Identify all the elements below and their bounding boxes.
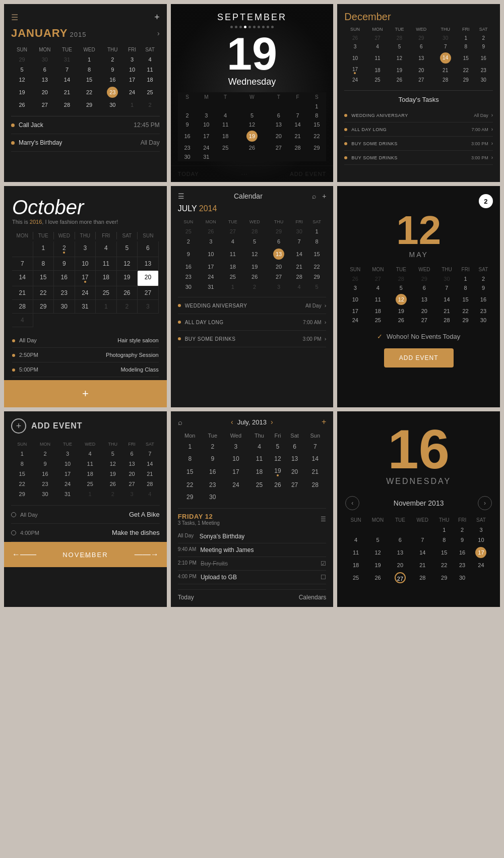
table-cell[interactable]: 26 (366, 570, 390, 585)
table-cell[interactable]: 30 (202, 491, 223, 503)
table-cell[interactable]: 21 (12, 286, 33, 300)
table-cell[interactable]: 2 (178, 236, 199, 247)
table-cell[interactable]: 30 (178, 152, 197, 161)
table-cell[interactable]: 24 (223, 479, 249, 491)
task-item[interactable]: BUY SOME DRINKS 3:00 PM › (344, 137, 493, 151)
table-cell[interactable]: 29 (33, 300, 54, 314)
table-cell[interactable]: 28 (243, 226, 267, 236)
table-cell[interactable]: 15 (458, 51, 474, 65)
table-cell[interactable]: 11 (96, 257, 117, 271)
table-cell[interactable]: 4 (12, 314, 33, 327)
table-cell[interactable]: 6 (33, 65, 57, 75)
table-cell[interactable] (235, 102, 269, 111)
table-cell[interactable]: 24 (199, 272, 223, 282)
table-cell[interactable]: 25 (248, 479, 270, 491)
table-cell[interactable]: 17 (124, 75, 141, 85)
table-cell-today[interactable]: 20 (138, 271, 159, 286)
table-cell[interactable]: 27 (366, 274, 390, 283)
table-cell[interactable]: 18 (345, 560, 366, 570)
table-cell[interactable]: 1 (307, 226, 327, 236)
table-cell[interactable]: 18 (96, 271, 117, 286)
table-cell[interactable]: 14 (291, 247, 307, 262)
table-cell[interactable]: 17 (197, 129, 216, 143)
table-cell[interactable]: 12 (117, 257, 138, 271)
table-cell[interactable]: 16 (474, 51, 493, 65)
table-cell[interactable]: 26 (390, 316, 413, 325)
table-cell[interactable]: 1 (124, 100, 141, 110)
table-cell[interactable]: 5 (307, 282, 327, 292)
table-cell[interactable]: 9 (101, 65, 124, 75)
table-cell[interactable]: 2 (101, 54, 124, 65)
table-cell[interactable]: 30 (474, 76, 493, 84)
table-cell[interactable]: 1 (11, 449, 33, 459)
table-cell[interactable]: 26 (117, 286, 138, 300)
table-cell[interactable]: 9 (202, 453, 223, 465)
next-month-arrow[interactable]: › (478, 496, 492, 510)
table-cell[interactable]: 5 (11, 65, 33, 75)
table-cell[interactable]: 7 (411, 535, 434, 545)
table-cell[interactable]: 24 (124, 85, 141, 100)
table-cell[interactable]: 7 (140, 449, 160, 459)
table-cell[interactable]: 25 (366, 316, 390, 325)
table-cell[interactable]: 29 (458, 76, 474, 84)
table-cell[interactable]: 12 (390, 292, 413, 307)
table-cell[interactable]: 3 (344, 283, 366, 292)
table-cell[interactable]: 28 (140, 479, 160, 489)
table-cell[interactable]: 27 (389, 570, 411, 585)
table-cell[interactable]: 12 (366, 545, 390, 560)
table-cell[interactable]: 30 (178, 282, 199, 292)
today-button[interactable]: Today (178, 594, 194, 601)
table-cell[interactable]: 7 (12, 257, 33, 271)
task-item[interactable]: ALL DAY LONG 7:00 AM › (344, 122, 493, 137)
table-cell[interactable]: 16 (178, 262, 199, 272)
task-item[interactable]: ALL DAY LONG 7:00 AM › (178, 314, 327, 331)
table-cell[interactable]: 11 (140, 65, 159, 75)
checkbox-icon[interactable]: ☑ (321, 560, 326, 567)
table-cell[interactable]: 31 (57, 54, 78, 65)
table-cell[interactable]: 19 (235, 129, 269, 143)
table-cell[interactable]: 2 (474, 274, 493, 283)
event-item[interactable]: Marry's Birthday All Day (11, 134, 160, 152)
table-cell[interactable]: 26 (389, 76, 409, 84)
table-cell[interactable]: 8 (434, 535, 454, 545)
table-cell[interactable]: 8 (33, 257, 54, 271)
table-cell[interactable]: 20 (409, 65, 433, 76)
table-cell[interactable]: 29 (434, 570, 454, 585)
add-event-button[interactable]: ADD EVENT (384, 348, 454, 367)
event-item[interactable]: 9:40 AM Meeting with James (178, 543, 327, 557)
table-cell[interactable]: 13 (33, 75, 57, 85)
table-cell[interactable] (223, 491, 249, 503)
table-cell[interactable]: 19 (102, 469, 123, 479)
table-cell[interactable]: 4 (140, 54, 159, 65)
table-cell[interactable]: 5 (243, 236, 267, 247)
table-cell[interactable]: 26 (344, 34, 365, 42)
table-cell[interactable]: 12 (11, 75, 33, 85)
table-cell[interactable]: 11 (78, 459, 102, 469)
event-item[interactable]: All Day Hair style saloon (12, 333, 159, 348)
table-cell[interactable]: 25 (78, 479, 102, 489)
table-cell[interactable]: 20 (267, 262, 291, 272)
prev-arrow[interactable]: ←—— (12, 550, 36, 559)
table-cell[interactable] (288, 102, 307, 111)
table-cell[interactable]: 11 (216, 120, 235, 129)
table-cell[interactable]: 18 (78, 469, 102, 479)
add-fab-button[interactable]: + (4, 380, 167, 407)
table-cell[interactable]: 10 (199, 247, 223, 262)
task-item[interactable]: WEDDING ANIVERSARY All Day › (344, 108, 493, 122)
table-cell[interactable]: 3 (267, 282, 291, 292)
table-cell[interactable]: 19 (390, 307, 413, 316)
table-cell[interactable]: 27 (123, 479, 140, 489)
table-cell[interactable]: 20 (123, 469, 140, 479)
table-cell[interactable]: 21 (140, 469, 160, 479)
next-arrow[interactable]: ——→ (135, 550, 159, 559)
table-cell[interactable]: 15 (457, 292, 474, 307)
table-cell[interactable]: 6 (267, 236, 291, 247)
table-cell[interactable]: 14 (436, 292, 458, 307)
table-cell[interactable]: 20 (389, 560, 411, 570)
table-cell[interactable]: 28 (12, 300, 33, 314)
table-cell[interactable] (178, 102, 197, 111)
task-item[interactable]: BUY SOME DRINKS 3:00 PM › (178, 331, 327, 347)
checkbox-icon[interactable]: ☐ (321, 574, 326, 581)
next-month-arrow[interactable]: › (271, 418, 273, 426)
table-cell[interactable] (270, 491, 285, 503)
